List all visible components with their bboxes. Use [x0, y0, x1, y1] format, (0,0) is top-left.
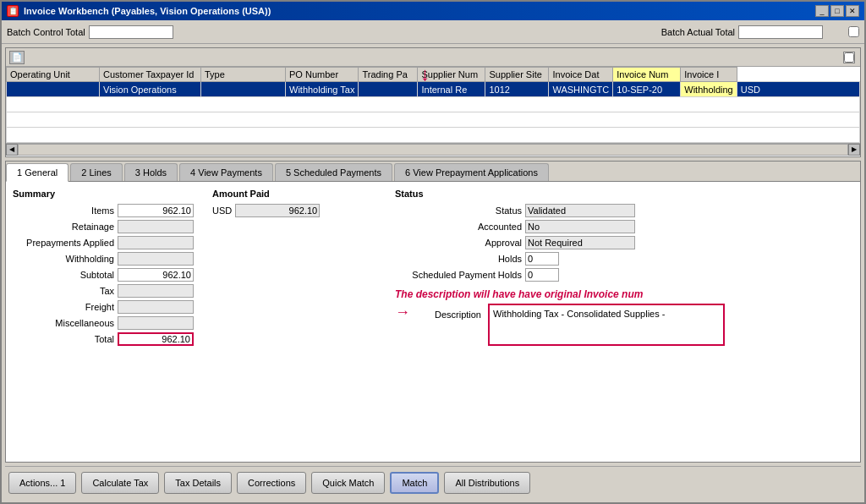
cell-customer-taxpayer — [201, 82, 286, 97]
tab-general[interactable]: 1 General — [6, 163, 69, 182]
cell-po-number — [359, 82, 418, 97]
grid-checkbox[interactable] — [844, 52, 854, 63]
batch-control-input[interactable] — [89, 25, 173, 39]
tax-details-button[interactable]: Tax Details — [164, 472, 232, 494]
invoice-table: Operating Unit Customer Taxpayer Id Type… — [6, 67, 860, 143]
col-type: Type — [201, 68, 286, 82]
corrections-button[interactable]: Corrections — [237, 472, 306, 494]
table-row — [7, 128, 860, 143]
approval-input[interactable] — [525, 236, 635, 249]
toolbar: Batch Control Total Batch Actual Total — [2, 20, 864, 44]
tab-holds[interactable]: 3 Holds — [124, 163, 178, 181]
tax-input[interactable] — [118, 284, 194, 298]
withholding-input[interactable] — [118, 252, 194, 266]
batch-actual-field: Batch Actual Total — [661, 25, 823, 39]
scheduled-holds-input[interactable] — [525, 268, 559, 282]
approval-row: Approval — [395, 236, 853, 249]
col-customer-taxpayer: Customer Taxpayer Id — [100, 68, 201, 82]
amount-paid-input[interactable] — [235, 204, 320, 217]
window-controls: _ □ ✕ — [815, 5, 859, 17]
tab-lines[interactable]: 2 Lines — [70, 163, 122, 181]
holds-input[interactable] — [525, 252, 559, 266]
maximize-button[interactable]: □ — [830, 5, 844, 17]
retainage-label: Retainage — [13, 222, 114, 232]
description-arrow-icon: → — [395, 304, 410, 321]
scroll-track[interactable] — [18, 144, 848, 156]
table-row[interactable]: Vision Operations Withholding Tax Intern… — [7, 82, 860, 97]
col-trading-partner: Trading Pa — [359, 68, 418, 82]
batch-actual-label: Batch Actual Total — [661, 27, 735, 37]
prepayments-input[interactable] — [118, 236, 194, 249]
description-value: Withholding Tax - Consolidated Supplies … — [493, 309, 665, 319]
currency-label: USD — [212, 205, 232, 216]
description-label: Description — [414, 306, 481, 320]
tab-view-payments[interactable]: 4 View Payments — [179, 163, 273, 181]
accounted-input[interactable] — [525, 220, 635, 233]
col-invoice-i: Invoice I — [681, 68, 737, 82]
subtotal-label: Subtotal — [13, 270, 114, 280]
col-supplier-site: Supplier Site — [485, 68, 549, 82]
invoice-grid: 📄 ↓ Operating Unit Customer Taxpayer Id … — [5, 47, 861, 157]
amount-paid-title: Amount Paid — [212, 189, 381, 199]
annotation-area: The description will have have original … — [395, 288, 853, 346]
retainage-row: Retainage — [13, 220, 199, 233]
close-button[interactable]: ✕ — [846, 5, 859, 17]
minimize-button[interactable]: _ — [815, 5, 829, 17]
window-icon: 📋 — [7, 5, 19, 17]
withholding-row: Withholding — [13, 252, 199, 266]
summary-section: Summary Items Retainage Prepayments Appl… — [13, 189, 199, 455]
bottom-toolbar: Actions... 1 Calculate Tax Tax Details C… — [5, 466, 861, 499]
accounted-row: Accounted — [395, 220, 853, 233]
freight-row: Freight — [13, 300, 199, 314]
col-invoice-date: Invoice Dat — [549, 68, 613, 82]
main-window: 📋 Invoice Workbench (Payables, Vision Op… — [0, 0, 866, 504]
tabs-container: 1 General 2 Lines 3 Holds 4 View Payment… — [5, 161, 861, 463]
cell-supplier-site: WASHINGTC — [549, 82, 613, 97]
freight-label: Freight — [13, 302, 114, 312]
tab-general-content: Summary Items Retainage Prepayments Appl… — [6, 182, 860, 462]
title-bar-left: 📋 Invoice Workbench (Payables, Vision Op… — [7, 5, 271, 17]
items-input[interactable] — [118, 204, 194, 217]
new-record-icon[interactable]: 📄 — [9, 51, 25, 64]
holds-label: Holds — [395, 254, 522, 264]
col-po-number: PO Number — [286, 68, 359, 82]
description-box[interactable]: Withholding Tax - Consolidated Supplies … — [488, 304, 725, 346]
miscellaneous-label: Miscellaneous — [13, 318, 114, 328]
col-invoice-num: Invoice Num — [613, 68, 681, 82]
holds-row: Holds — [395, 252, 853, 266]
cell-supplier-num: 1012 — [485, 82, 549, 97]
description-row: → Description Withholding Tax - Consolid… — [395, 304, 853, 346]
tab-prepayment[interactable]: 6 View Prepayment Applications — [394, 163, 549, 181]
retainage-input[interactable] — [118, 220, 194, 233]
match-button[interactable]: Match — [390, 472, 439, 494]
grid-toolbar: 📄 — [6, 48, 860, 67]
all-distributions-button[interactable]: All Distributions — [444, 472, 530, 494]
total-row: Total — [13, 332, 199, 346]
actions-button[interactable]: Actions... 1 — [8, 472, 76, 494]
status-section: Status Status Accounted Approval Hol — [395, 189, 853, 455]
subtotal-input[interactable] — [118, 268, 194, 282]
items-row: Items — [13, 204, 199, 217]
subtotal-row: Subtotal — [13, 268, 199, 282]
batch-checkbox[interactable] — [848, 26, 859, 37]
scheduled-holds-row: Scheduled Payment Holds — [395, 268, 853, 282]
cell-invoice-num: Withholding — [681, 82, 737, 97]
total-input[interactable] — [118, 332, 194, 346]
quick-match-button[interactable]: Quick Match — [311, 472, 385, 494]
tab-scheduled-payments[interactable]: 5 Scheduled Payments — [275, 163, 392, 181]
batch-control-field: Batch Control Total — [7, 25, 173, 39]
scroll-left-button[interactable]: ◀ — [6, 144, 18, 156]
scheduled-holds-label: Scheduled Payment Holds — [395, 270, 522, 280]
miscellaneous-input[interactable] — [118, 316, 194, 330]
calculate-tax-button[interactable]: Calculate Tax — [81, 472, 159, 494]
scroll-right-button[interactable]: ▶ — [848, 144, 860, 156]
prepayments-row: Prepayments Applied — [13, 236, 199, 249]
accounted-label: Accounted — [395, 222, 522, 232]
batch-actual-input[interactable] — [738, 25, 823, 39]
status-status-input[interactable] — [525, 204, 635, 217]
description-arrow-group: → Description — [395, 304, 481, 321]
miscellaneous-row: Miscellaneous — [13, 316, 199, 330]
horizontal-scrollbar[interactable]: ◀ ▶ — [6, 143, 860, 155]
main-content: 📄 ↓ Operating Unit Customer Taxpayer Id … — [2, 44, 864, 502]
freight-input[interactable] — [118, 300, 194, 314]
